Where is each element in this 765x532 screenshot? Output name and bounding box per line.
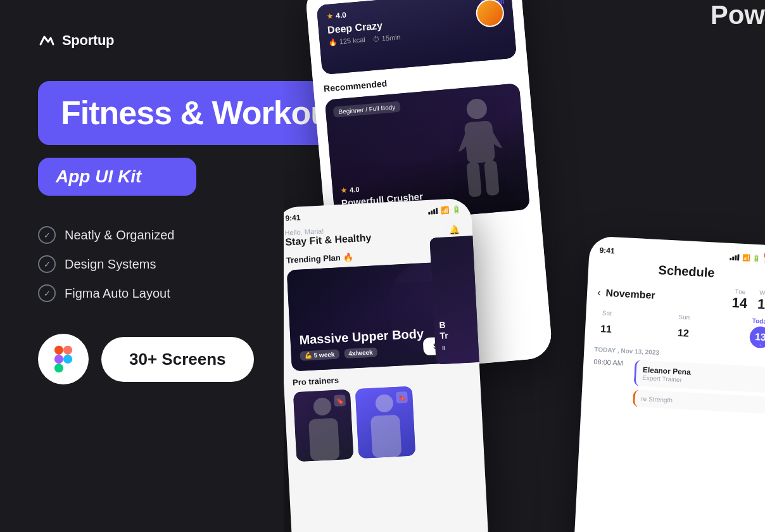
screens-label: 30+ Screens (129, 350, 226, 369)
svg-rect-1 (63, 346, 72, 355)
screens-button[interactable]: 30+ Screens (101, 337, 254, 382)
sch-status-icons: 📶 🔋 📅 (730, 251, 765, 265)
check-icon-3 (38, 284, 56, 302)
event2-time (592, 388, 627, 390)
figma-logo-icon (49, 345, 77, 373)
sat-label: Sat (602, 309, 612, 317)
check-icon-2 (38, 255, 56, 273)
signal-icon (428, 206, 439, 214)
workout-frequency: 4x/week (344, 347, 377, 358)
svg-point-5 (466, 98, 488, 120)
bookmark-icon-2[interactable]: 🔖 (396, 391, 408, 403)
svg-rect-3 (54, 364, 63, 372)
status-icons: 📶 🔋 (428, 205, 462, 215)
svg-point-11 (313, 397, 331, 415)
schedule-event-1: 08:00 AM Eleanor Pena Expert Trainer (593, 358, 765, 393)
rec-rating-val: 4.0 (336, 10, 347, 20)
battery-icon: 🔋 (452, 205, 462, 214)
subheadline-badge: App UI Kit (38, 158, 196, 196)
month-label: November (605, 287, 655, 301)
bookmark-icon-1[interactable]: 🔖 (334, 395, 346, 407)
big-rating-val: 4.0 (350, 186, 360, 194)
event2-subtitle: re Strength (641, 395, 761, 408)
sun-label: Sun (678, 314, 690, 321)
workout-weeks: 💪 5 week (300, 349, 339, 360)
trainers-section: Pro trainers 🔖 🔖 (293, 369, 476, 462)
sch-wifi-icon: 📶 (742, 254, 750, 262)
calendar-icon[interactable]: 📅 (762, 253, 765, 265)
event-card-1[interactable]: Eleanor Pena Expert Trainer (634, 360, 765, 393)
schedule-event-2: re Strength (591, 388, 765, 414)
phone-schedule: 9:41 📶 🔋 📅 Schedule ‹ November (573, 236, 765, 532)
greeting-area: Hello, Maria! Stay Fit & Healthy (284, 225, 371, 248)
side-strip-text: BTr ⏸ (439, 320, 449, 352)
phones-area: Pow ★ 4.0 Deep Crazy 🔥 125 kca (284, 0, 765, 532)
event-time: 08:00 AM (593, 358, 629, 367)
month-nav: ‹ November (597, 286, 655, 301)
feature-text-2: Design Systems (65, 257, 156, 272)
figma-button[interactable] (38, 334, 89, 384)
wifi-icon: 📶 (441, 206, 450, 215)
week-day-sat: Sat 11 (595, 309, 617, 341)
svg-rect-12 (308, 418, 339, 461)
schedule-nav: ‹ November Tue 14 Wed 15 (597, 281, 765, 313)
schedule-content: Schedule ‹ November Tue 14 Wed 15 (581, 259, 765, 424)
trainers-title: Pro trainers (293, 376, 339, 388)
brand-name: Sportup (62, 32, 114, 49)
svg-point-13 (375, 394, 393, 412)
feature-text-3: Figma Auto Layout (65, 286, 170, 301)
subheadline-text: App UI Kit (56, 167, 141, 186)
sat-num: 11 (595, 318, 617, 341)
phone-home: 9:41 📶 🔋 Hello, Maria! Stay Fit & Health… (284, 198, 489, 532)
svg-rect-0 (54, 346, 63, 355)
rec-top-card: ★ 4.0 Deep Crazy 🔥 125 kcal ⏱ 15min See … (317, 0, 517, 75)
wed-num: 15 (757, 296, 765, 313)
today-label-inline: Today (752, 317, 765, 325)
sun-num: 12 (672, 322, 695, 345)
event-card-2[interactable]: re Strength (633, 390, 765, 414)
week-day-today: Today 13 (749, 317, 765, 349)
trainer-card-2: 🔖 (355, 386, 416, 459)
week-row: Sat 11 Sun 12 Today 13 (595, 309, 765, 348)
svg-rect-7 (466, 162, 482, 198)
back-arrow-icon[interactable]: ‹ (597, 286, 601, 298)
upcoming-tue: Tue 14 (731, 288, 748, 312)
svg-point-4 (63, 355, 72, 364)
check-icon-1 (38, 226, 56, 244)
svg-rect-6 (464, 120, 495, 164)
pow-text: Pow (711, 0, 765, 30)
side-strip: BTr ⏸ (429, 236, 480, 364)
upcoming-dates: Tue 14 Wed 15 (731, 288, 765, 313)
sch-battery-icon: 🔋 (752, 255, 761, 262)
today-num[interactable]: 13 (749, 326, 765, 349)
week-day-sun: Sun 12 (672, 313, 695, 345)
feature-text-1: Neatly & Organized (65, 228, 174, 243)
svg-rect-14 (370, 415, 401, 458)
home-time: 9:41 (285, 213, 301, 222)
sch-time: 9:41 (599, 246, 615, 255)
svg-rect-8 (484, 160, 500, 196)
sch-signal-icon (730, 253, 740, 261)
brand-logo-icon (38, 32, 56, 49)
big-star-icon: ★ (340, 186, 348, 195)
tue-num: 14 (731, 294, 748, 312)
trainer-card-1: 🔖 (293, 390, 354, 462)
trainer-cards: 🔖 🔖 (293, 383, 475, 462)
svg-rect-2 (54, 355, 63, 364)
star-icon: ★ (326, 11, 334, 21)
upcoming-wed: Wed 15 (757, 289, 765, 313)
